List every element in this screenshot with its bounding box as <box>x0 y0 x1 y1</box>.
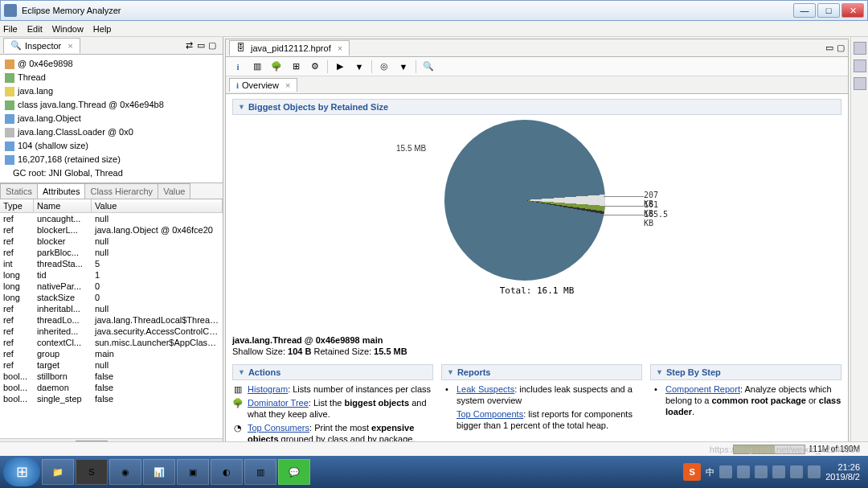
overview-tab[interactable]: i Overview × <box>229 78 297 92</box>
reports-panel: ▼Reports •Leak Suspects: includes leak s… <box>441 364 642 447</box>
table-row[interactable]: refparkBloc...null <box>0 247 223 258</box>
table-row[interactable]: reftargetnull <box>0 359 223 371</box>
taskbar-jconsole[interactable]: 📊 <box>143 459 175 485</box>
table-row[interactable]: refcontextCl...sun.misc.Launcher$AppClas… <box>0 337 223 348</box>
window-maximize-button[interactable]: □ <box>817 3 840 18</box>
list-item: •Component Report: Analyze objects which… <box>650 383 841 417</box>
taskbar-chrome[interactable]: ◉ <box>109 459 141 485</box>
nav-icon[interactable] <box>854 77 866 90</box>
menu-file[interactable]: File <box>3 24 18 34</box>
class-icon <box>5 100 14 110</box>
tray-icon[interactable] <box>755 465 768 478</box>
inspector-tab[interactable]: 🔍 Inspector × <box>3 38 80 53</box>
sogou-ime-icon[interactable]: S <box>683 463 701 481</box>
heap-file-icon: 🗄 <box>236 43 248 54</box>
start-button[interactable]: ⊞ <box>3 457 40 486</box>
minimize-view-icon[interactable]: ▭ <box>197 40 208 51</box>
table-row[interactable]: bool...single_stepfalse <box>0 393 223 404</box>
taskbar-app2[interactable]: ▥ <box>244 459 276 485</box>
table-row[interactable]: longtid1 <box>0 269 223 281</box>
link[interactable]: Top Consumers <box>248 423 309 433</box>
menu-window[interactable]: Window <box>52 24 84 34</box>
memory-bar[interactable] <box>733 445 805 454</box>
thread-icon[interactable]: ⚙ <box>308 59 322 74</box>
histogram-icon[interactable]: ▥ <box>250 59 264 74</box>
outline-icon[interactable] <box>854 42 866 55</box>
slice-label-main: 15.5 MB <box>396 144 426 153</box>
table-row[interactable]: refthreadLo...java.lang.ThreadLocal$Thre… <box>0 314 223 326</box>
menu-help[interactable]: Help <box>93 24 112 34</box>
tray-icon[interactable] <box>719 465 732 478</box>
tray-volume-icon[interactable] <box>772 465 785 478</box>
taskbar-sublime[interactable]: S <box>76 459 108 485</box>
col-name[interactable]: Name <box>33 199 92 213</box>
address-icon <box>5 59 14 69</box>
table-row[interactable]: refuncaught...null <box>0 213 223 224</box>
link[interactable]: Histogram <box>248 384 288 394</box>
package-icon <box>5 87 14 96</box>
size-icon <box>5 141 14 151</box>
taskbar-eclipse[interactable]: ◐ <box>211 459 243 485</box>
bullet-icon <box>441 408 452 431</box>
close-overview-icon[interactable]: × <box>285 80 290 90</box>
query-icon[interactable]: ◎ <box>377 59 391 74</box>
link[interactable]: Top Components <box>457 409 523 419</box>
dropdown-icon[interactable]: ▼ <box>352 59 366 74</box>
table-row[interactable]: intthreadSta...5 <box>0 258 223 269</box>
windows-taskbar: ⊞ 📁 S ◉ 📊 ▣ ◐ ▥ 💬 S 中 21:262019/8/2 <box>0 456 868 488</box>
link[interactable]: Dominator Tree <box>248 398 309 408</box>
subtab-statics[interactable]: Statics <box>0 183 38 199</box>
memory-label: 111M of 190M <box>809 445 860 453</box>
file-tab-label: java_pid12112.hprof <box>251 43 331 53</box>
selected-object-sizes: Shallow Size: 104 B Retained Size: 15.5 … <box>232 347 841 356</box>
magnifier-icon: 🔍 <box>10 40 22 51</box>
close-file-icon[interactable]: × <box>338 43 342 53</box>
window-title: Eclipse Memory Analyzer <box>22 6 793 15</box>
tray-flag-icon[interactable] <box>808 465 821 478</box>
max-editor-icon[interactable]: ▢ <box>837 43 848 54</box>
table-row[interactable]: refblockerL...java.lang.Object @ 0x46fce… <box>0 224 223 236</box>
info-icon: i <box>236 80 239 90</box>
dominator-icon[interactable]: ⊞ <box>289 59 303 74</box>
table-row[interactable]: bool...stillbornfalse <box>0 371 223 382</box>
subtab-classhierarchy[interactable]: Class Hierarchy <box>84 183 158 199</box>
sync-icon[interactable]: ⇄ <box>186 40 197 51</box>
table-row[interactable]: longstackSize0 <box>0 292 223 303</box>
table-row[interactable]: refinheritabl...null <box>0 303 223 314</box>
window-minimize-button[interactable]: ― <box>793 3 816 18</box>
close-tab-icon[interactable]: × <box>68 41 72 51</box>
table-row[interactable]: bool...daemonfalse <box>0 382 223 393</box>
info-icon[interactable]: i <box>231 59 245 74</box>
tree-icon[interactable]: 🌳 <box>269 59 284 74</box>
subtab-attributes[interactable]: Attributes <box>37 183 85 199</box>
table-row[interactable]: refgroupmain <box>0 348 223 359</box>
search-icon[interactable]: 🔍 <box>421 59 436 74</box>
link[interactable]: Component Report <box>665 384 740 394</box>
window-close-button[interactable]: ✕ <box>841 3 864 18</box>
link[interactable]: Leak Suspects <box>457 384 514 394</box>
notes-icon[interactable] <box>854 59 866 72</box>
table-row[interactable]: refblockernull <box>0 236 223 247</box>
attributes-table: Type Name Value refuncaught...nullrefblo… <box>0 199 223 438</box>
subtab-value[interactable]: Value <box>158 183 190 199</box>
tray-network-icon[interactable] <box>790 465 803 478</box>
section-biggest-objects[interactable]: ▼ Biggest Objects by Retained Size <box>232 99 841 115</box>
clock[interactable]: 21:262019/8/2 <box>825 462 860 482</box>
run-icon[interactable]: ▶ <box>333 59 347 74</box>
dropdown2-icon[interactable]: ▼ <box>396 59 411 74</box>
file-tab[interactable]: 🗄 java_pid12112.hprof × <box>229 40 350 55</box>
taskbar-app1[interactable]: ▣ <box>177 459 209 485</box>
taskbar-wechat[interactable]: 💬 <box>278 459 310 485</box>
table-row[interactable]: longnativePar...0 <box>0 281 223 292</box>
col-value[interactable]: Value <box>91 199 223 213</box>
maximize-view-icon[interactable]: ▢ <box>208 40 219 51</box>
taskbar-explorer[interactable]: 📁 <box>42 459 74 485</box>
min-editor-icon[interactable]: ▭ <box>825 43 837 54</box>
table-row[interactable]: refinherited...java.security.AccessContr… <box>0 326 223 337</box>
col-type[interactable]: Type <box>0 199 34 213</box>
editor-area: 🗄 java_pid12112.hprof × ▭ ▢ i ▥ 🌳 ⊞ ⚙ ▶ … <box>225 39 849 449</box>
menu-edit[interactable]: Edit <box>27 24 43 34</box>
stepbystep-panel: ▼Step By Step •Component Report: Analyze… <box>650 364 841 447</box>
tray-icon[interactable] <box>737 465 750 478</box>
bullet-icon: • <box>650 383 661 417</box>
